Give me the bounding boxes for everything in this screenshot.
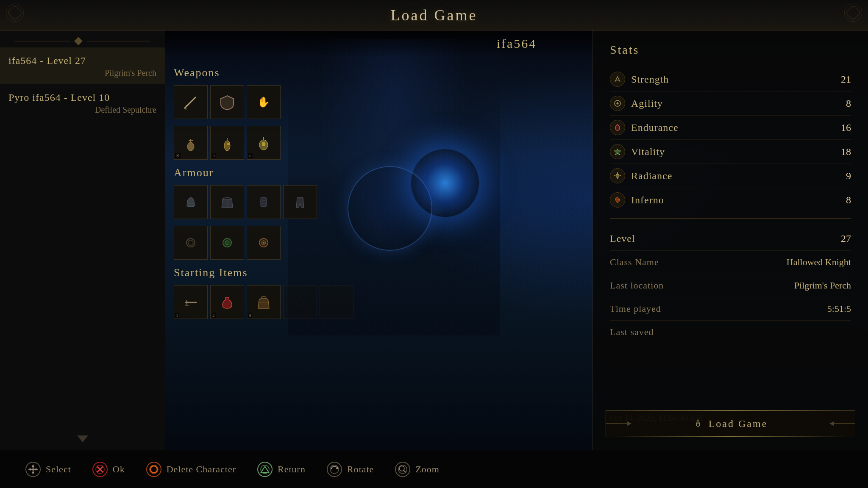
class-name-value: Hallowed Knight [695, 257, 851, 268]
svg-marker-49 [829, 421, 834, 426]
consumable-2-icon [214, 129, 241, 156]
svg-marker-5 [74, 37, 83, 45]
starting-items-title: Starting Items [174, 266, 453, 279]
weapons-section: Weapons [174, 67, 453, 160]
svg-marker-41 [614, 149, 621, 155]
svg-rect-22 [261, 197, 267, 207]
strength-icon [610, 72, 625, 87]
starting-item-1-count: 1 [175, 313, 179, 318]
armour-head-icon [177, 189, 204, 216]
agility-label: Agility [631, 98, 834, 109]
svg-point-19 [262, 142, 265, 146]
vitality-icon [610, 144, 625, 159]
svg-point-3 [847, 6, 860, 19]
svg-marker-55 [28, 468, 31, 471]
action-ok-label: Ok [113, 464, 125, 475]
armour-section: Armour [174, 166, 453, 260]
action-zoom-label: Zoom [415, 464, 440, 475]
starting-item-2-count: 2 [211, 313, 216, 318]
endurance-label: Endurance [631, 122, 834, 133]
svg-marker-54 [32, 472, 34, 474]
vitality-value: 18 [834, 146, 851, 158]
save-slot-1[interactable]: ifa564 - Level 27 Pilgrim's Perch [0, 47, 165, 84]
save-slots-panel: ifa564 - Level 27 Pilgrim's Perch Pyro i… [0, 30, 165, 450]
ring-slot-2[interactable] [210, 226, 244, 260]
last-location-label: Last location [610, 280, 695, 291]
starting-item-5[interactable] [320, 285, 353, 319]
armour-head[interactable] [174, 185, 208, 219]
info-section: Level 27 Class Name Hallowed Knight Last… [610, 227, 851, 429]
last-saved-label: Last saved [610, 327, 654, 411]
consumable-slot-3[interactable]: ○ [247, 126, 281, 160]
action-delete-label: Delete Character [167, 464, 236, 475]
consumable-1-icon [177, 129, 204, 156]
stat-strength: Strength 21 [610, 67, 851, 92]
page-title: Load Game [391, 6, 478, 24]
starting-items-section: Starting Items 1 [174, 266, 453, 319]
svg-point-14 [224, 141, 230, 151]
endurance-value: 16 [834, 122, 851, 133]
stats-separator [610, 218, 851, 219]
weapon-3-icon: ✋ [250, 89, 277, 116]
weapon-slot-3[interactable]: ✋ [247, 85, 281, 119]
consumable-slot-2[interactable]: ○ [210, 126, 244, 160]
stat-radiance: Radiance 9 [610, 164, 851, 188]
save-slot-2-location: Defiled Sepulchre [8, 105, 156, 115]
svg-marker-7 [77, 435, 88, 442]
stats-panel: Stats Strength 21 Agility 8 Endurance [593, 30, 868, 450]
starting-item-2[interactable]: 2 [210, 285, 244, 319]
starting-item-3-count: 9 [248, 313, 252, 318]
svg-point-16 [227, 143, 230, 145]
stats-title: Stats [610, 43, 851, 57]
svg-point-11 [187, 142, 194, 151]
action-select-label: Select [46, 464, 71, 475]
load-game-button[interactable]: 🕯 Load Game [606, 410, 855, 437]
radiance-label: Radiance [631, 170, 834, 182]
weapon-1-icon [177, 89, 204, 116]
consumable-slot-1[interactable]: ✕ [174, 126, 208, 160]
starting-item-1[interactable]: 1 [174, 285, 208, 319]
inferno-icon [610, 192, 625, 208]
svg-point-60 [150, 466, 157, 473]
armour-row-2 [174, 226, 453, 260]
svg-point-38 [333, 299, 340, 305]
save-slot-2[interactable]: Pyro ifa564 - Level 10 Defiled Sepulchre [0, 84, 165, 121]
weapon-2-icon [214, 89, 241, 116]
svg-line-10 [184, 108, 186, 109]
starting-items-grid: 1 2 [174, 285, 453, 319]
circle-icon [146, 462, 161, 477]
header-ornament-right [843, 2, 864, 23]
action-delete: Delete Character [146, 462, 236, 477]
ring-slot-3[interactable] [247, 226, 281, 260]
ring-slot-1[interactable] [174, 226, 208, 260]
rotate-icon [327, 462, 342, 477]
stat-inferno: Inferno 8 [610, 188, 851, 212]
header: Load Game [0, 0, 868, 30]
items-panel: Weapons [165, 56, 462, 336]
weapons-grid: ✋ [174, 85, 453, 119]
armour-hands[interactable] [247, 185, 281, 219]
time-played-row: Time played 5:51:5 [610, 297, 851, 321]
armour-legs[interactable] [283, 185, 317, 219]
svg-line-8 [184, 97, 196, 108]
starting-item-4[interactable] [283, 285, 317, 319]
action-select: Select [25, 462, 71, 477]
last-location-row: Last location Pilgrim's Perch [610, 274, 851, 297]
svg-point-37 [297, 299, 303, 305]
armour-legs-icon [287, 189, 314, 216]
level-value: 27 [695, 233, 851, 244]
weapon-slot-1[interactable] [174, 85, 208, 119]
save-slot-1-location: Pilgrim's Perch [8, 68, 156, 78]
save-slot-1-name: ifa564 - Level 27 [8, 55, 156, 67]
svg-marker-56 [36, 468, 38, 471]
armour-chest[interactable] [210, 185, 244, 219]
class-name-label: Class Name [610, 257, 695, 268]
starting-item-3[interactable]: 9 [247, 285, 281, 319]
action-ok: Ok [92, 462, 125, 477]
action-rotate-label: Rotate [347, 464, 374, 475]
endurance-icon [610, 120, 625, 135]
time-played-label: Time played [610, 303, 695, 314]
stat-agility: Agility 8 [610, 92, 851, 116]
svg-point-28 [225, 241, 229, 245]
weapon-slot-2[interactable] [210, 85, 244, 119]
